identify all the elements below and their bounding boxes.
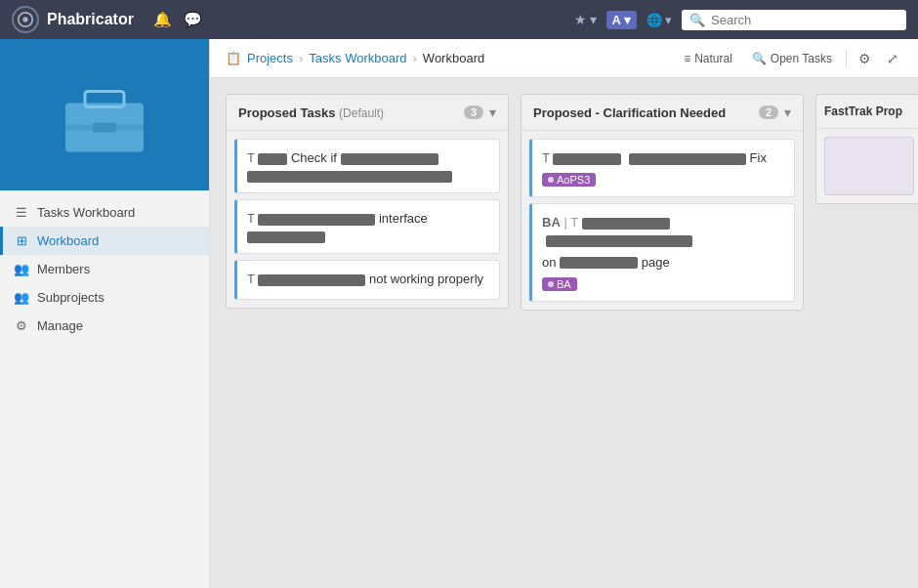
tag-label: AoPS3 bbox=[557, 174, 590, 186]
tag-label: BA bbox=[557, 278, 571, 290]
natural-icon: ≡ bbox=[684, 52, 690, 65]
task-card[interactable]: BA | T on page BA bbox=[529, 203, 795, 302]
header-divider bbox=[846, 49, 847, 68]
sub-header-actions: ≡ Natural 🔍 Open Tasks ⚙ ⤢ bbox=[678, 47, 902, 70]
card-text: not working properly bbox=[369, 272, 483, 286]
sidebar-item-manage[interactable]: ⚙ Manage bbox=[0, 312, 209, 340]
sidebar-item-label: Tasks Workboard bbox=[37, 205, 135, 220]
chat-icon[interactable]: 💬 bbox=[184, 11, 202, 28]
subprojects-icon: 👥 bbox=[14, 290, 29, 305]
sidebar-item-workboard[interactable]: ⊞ Workboard bbox=[0, 227, 209, 255]
sidebar-item-label: Subprojects bbox=[37, 290, 104, 305]
user-menu-button[interactable]: A ▾ bbox=[606, 11, 637, 29]
redacted-text bbox=[258, 274, 365, 286]
column-fasttrak: FastTrak Prop bbox=[815, 94, 918, 204]
nav-icons: 🔔 💬 bbox=[153, 11, 202, 28]
sidebar-item-label: Members bbox=[37, 262, 90, 276]
logo-area[interactable]: Phabricator bbox=[12, 6, 134, 33]
card-text: Check if bbox=[291, 150, 341, 165]
content-wrapper: ☰ Tasks Workboard ⊞ Workboard 👥 Members … bbox=[0, 39, 918, 588]
column-default-label: (Default) bbox=[339, 106, 384, 120]
on-text: on bbox=[542, 254, 556, 272]
redacted-text bbox=[258, 153, 287, 165]
partial-card bbox=[824, 137, 914, 195]
task-card[interactable]: T not working properly bbox=[234, 260, 500, 299]
card-title: T interface bbox=[247, 210, 489, 243]
card-title: BA | T on page bbox=[542, 214, 784, 272]
task-id-prefix: BA bbox=[542, 215, 561, 230]
redacted-text bbox=[553, 153, 621, 165]
main-content: 📋 Projects › Tasks Workboard › Workboard… bbox=[210, 39, 918, 588]
column-menu-button[interactable]: ▾ bbox=[489, 105, 496, 120]
column-menu-button[interactable]: ▾ bbox=[784, 105, 791, 120]
card-text: interface bbox=[379, 211, 428, 226]
kanban-board: Proposed Tasks (Default) 3 ▾ T Check if bbox=[210, 78, 918, 588]
column-title: FastTrak Prop bbox=[824, 105, 914, 118]
open-tasks-button[interactable]: 🔍 Open Tasks bbox=[746, 48, 838, 69]
sidebar-item-subprojects[interactable]: 👥 Subprojects bbox=[0, 283, 209, 312]
card-tag-aops3[interactable]: AoPS3 bbox=[542, 173, 596, 187]
tag-dot bbox=[548, 177, 554, 183]
card-title: T Fix bbox=[542, 149, 784, 167]
card-title: T Check if bbox=[247, 149, 489, 183]
natural-sort-button[interactable]: ≡ Natural bbox=[678, 48, 738, 69]
user-label: A bbox=[612, 13, 621, 27]
sidebar-item-label: Workboard bbox=[37, 233, 99, 248]
user-dropdown-icon: ▾ bbox=[624, 13, 631, 27]
card-text: Fix bbox=[750, 150, 767, 165]
column-title: Proposed - Clarification Needed bbox=[533, 105, 753, 120]
search-icon: 🔍 bbox=[689, 13, 705, 27]
redacted-text bbox=[582, 218, 670, 230]
column-header-clarification: Proposed - Clarification Needed 2 ▾ bbox=[522, 95, 803, 131]
redacted-text bbox=[629, 153, 746, 165]
search-input[interactable] bbox=[711, 13, 898, 27]
fullscreen-button[interactable]: ⤢ bbox=[883, 47, 902, 70]
redacted-text bbox=[546, 235, 692, 247]
redacted-text bbox=[247, 231, 325, 243]
tag-dot bbox=[548, 281, 554, 287]
task-card[interactable]: T Fix AoPS3 bbox=[529, 139, 795, 197]
column-header-fasttrak: FastTrak Prop bbox=[816, 95, 918, 129]
open-tasks-label: Open Tasks bbox=[771, 52, 832, 65]
globe-icon: 🌐 bbox=[647, 13, 662, 27]
separator: | T bbox=[563, 215, 577, 230]
breadcrumb-tasks-workboard[interactable]: Tasks Workboard bbox=[309, 51, 406, 65]
breadcrumb: 📋 Projects › Tasks Workboard › Workboard bbox=[226, 51, 672, 65]
column-count: 2 bbox=[759, 105, 778, 119]
manage-icon: ⚙ bbox=[14, 318, 29, 333]
redacted-text bbox=[341, 153, 438, 165]
cards-list-proposed-tasks: T Check if T interfa bbox=[227, 131, 508, 308]
svg-rect-5 bbox=[65, 124, 144, 130]
bell-icon[interactable]: 🔔 bbox=[153, 11, 172, 28]
task-card[interactable]: T Check if bbox=[234, 139, 500, 193]
column-proposed-tasks: Proposed Tasks (Default) 3 ▾ T Check if bbox=[226, 94, 509, 309]
card-title: T not working properly bbox=[247, 271, 489, 288]
task-id-prefix: T bbox=[247, 150, 255, 165]
app-name: Phabricator bbox=[47, 11, 134, 28]
redacted-text bbox=[560, 257, 638, 269]
sidebar-nav: ☰ Tasks Workboard ⊞ Workboard 👥 Members … bbox=[0, 190, 209, 588]
redacted-text bbox=[258, 214, 375, 226]
breadcrumb-icon: 📋 bbox=[226, 51, 241, 65]
column-header-proposed-tasks: Proposed Tasks (Default) 3 ▾ bbox=[227, 95, 508, 131]
page-text: page bbox=[642, 255, 670, 270]
search-box[interactable]: 🔍 bbox=[682, 10, 906, 30]
workboard-icon: ⊞ bbox=[14, 233, 29, 248]
sub-header: 📋 Projects › Tasks Workboard › Workboard… bbox=[210, 39, 918, 78]
sidebar-item-tasks-workboard[interactable]: ☰ Tasks Workboard bbox=[0, 198, 209, 227]
column-proposed-clarification: Proposed - Clarification Needed 2 ▾ T Fi… bbox=[521, 94, 804, 311]
task-id-prefix: T bbox=[247, 272, 255, 286]
breadcrumb-projects[interactable]: Projects bbox=[247, 51, 293, 65]
cards-list-clarification: T Fix AoPS3 BA bbox=[522, 131, 803, 310]
column-title: Proposed Tasks (Default) bbox=[238, 105, 458, 120]
language-button[interactable]: 🌐 ▾ bbox=[647, 13, 672, 27]
card-tag-ba[interactable]: BA bbox=[542, 277, 577, 291]
task-id-prefix: T bbox=[542, 150, 550, 165]
star-dropdown-icon: ▾ bbox=[590, 12, 597, 27]
open-tasks-icon: 🔍 bbox=[752, 52, 767, 65]
task-card[interactable]: T interface bbox=[234, 199, 500, 254]
sidebar-item-members[interactable]: 👥 Members bbox=[0, 255, 209, 283]
favorites-button[interactable]: ★ ▾ bbox=[574, 12, 597, 27]
settings-button[interactable]: ⚙ bbox=[855, 47, 875, 70]
top-nav: Phabricator 🔔 💬 ★ ▾ A ▾ 🌐 ▾ 🔍 bbox=[0, 0, 918, 39]
